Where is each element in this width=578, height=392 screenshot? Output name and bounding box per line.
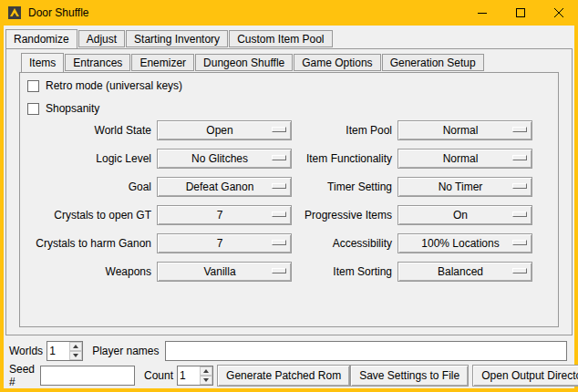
dropdown-value: Defeat Ganon xyxy=(186,181,263,193)
setting-label-item-pool: Item Pool xyxy=(297,124,392,137)
maximize-icon xyxy=(516,8,525,17)
dropdown-progressive-items[interactable]: On xyxy=(397,205,532,225)
dropdown-value: 7 xyxy=(217,209,232,222)
count-spin-up-button[interactable] xyxy=(200,366,212,376)
tab-custom-item-pool[interactable]: Custom Item Pool xyxy=(229,30,332,47)
close-icon xyxy=(554,8,563,17)
tab-generation-setup[interactable]: Generation Setup xyxy=(382,54,484,71)
worlds-spinbox[interactable] xyxy=(46,341,83,361)
setting-label-accessibility: Accessibility xyxy=(297,237,392,250)
down-arrow-icon xyxy=(73,354,78,357)
close-button[interactable] xyxy=(540,0,578,26)
setting-label-crystals-open-gt: Crystals to open GT xyxy=(24,209,151,222)
dropdown-item-sorting[interactable]: Balanced xyxy=(397,262,532,282)
footer-row-1: Worlds Player names xyxy=(9,341,567,361)
count-spin-down-button[interactable] xyxy=(200,376,212,385)
dropdown-value: 100% Locations xyxy=(421,237,508,250)
dropdown-value: Normal xyxy=(443,124,488,137)
minimize-button[interactable] xyxy=(463,0,501,26)
generate-patched-rom-button[interactable]: Generate Patched Rom xyxy=(217,365,350,387)
dropdown-indicator-icon xyxy=(272,240,286,245)
dropdown-value: On xyxy=(453,209,477,222)
outer-tab-bar: Randomize Adjust Starting Inventory Cust… xyxy=(5,29,334,47)
checkbox-box-icon[interactable] xyxy=(27,103,39,115)
dropdown-weapons[interactable]: Vanilla xyxy=(157,262,292,282)
up-arrow-icon xyxy=(203,369,209,373)
save-settings-button[interactable]: Save Settings to File xyxy=(350,365,469,387)
seed-label: Seed # xyxy=(9,363,35,388)
tab-starting-inventory[interactable]: Starting Inventory xyxy=(126,30,228,47)
dropdown-value: Balanced xyxy=(438,265,492,278)
titlebar: Door Shuffle xyxy=(0,0,578,26)
dropdown-crystals-harm-ganon[interactable]: 7 xyxy=(157,233,292,253)
dropdown-indicator-icon xyxy=(272,268,286,273)
player-names-input[interactable] xyxy=(165,341,568,361)
up-arrow-icon xyxy=(73,345,78,348)
dropdown-indicator-icon xyxy=(272,183,286,189)
setting-label-progressive-items: Progressive Items xyxy=(297,209,392,222)
worlds-label: Worlds xyxy=(9,345,43,357)
setting-label-timer-setting: Timer Setting xyxy=(297,181,392,193)
checkbox-box-icon[interactable] xyxy=(27,80,39,92)
setting-label-item-functionality: Item Functionality xyxy=(297,152,392,165)
dropdown-item-pool[interactable]: Normal xyxy=(397,120,532,140)
worlds-spin-down-button[interactable] xyxy=(69,351,82,360)
setting-label-goal: Goal xyxy=(24,181,151,193)
dropdown-value: Open xyxy=(206,124,242,137)
dropdown-value: No Timer xyxy=(439,181,492,193)
dropdown-indicator-icon xyxy=(272,127,286,132)
worlds-input[interactable] xyxy=(47,342,69,360)
setting-label-weapons: Weapons xyxy=(24,265,151,278)
items-panel: Retro mode (universal keys) Shopsanity W… xyxy=(19,72,559,327)
footer-row-2: Seed # Count Generate Patched Rom Save S… xyxy=(9,365,567,387)
tab-adjust[interactable]: Adjust xyxy=(78,30,125,47)
dropdown-crystals-open-gt[interactable]: 7 xyxy=(157,205,292,225)
dropdown-indicator-icon xyxy=(512,127,527,132)
count-spinbox[interactable] xyxy=(177,366,213,386)
setting-label-logic-level: Logic Level xyxy=(24,152,151,165)
dropdown-indicator-icon xyxy=(512,211,527,217)
worlds-spin-buttons xyxy=(69,342,82,360)
window-title: Door Shuffle xyxy=(28,6,89,19)
dropdown-value: No Glitches xyxy=(191,152,257,165)
dropdown-timer-setting[interactable]: No Timer xyxy=(397,177,532,197)
dropdown-indicator-icon xyxy=(272,211,286,217)
window: Door Shuffle Randomize Adjust Starting I… xyxy=(0,0,578,392)
checkbox-shopsanity[interactable]: Shopsanity xyxy=(27,102,99,115)
checkbox-retro-mode[interactable]: Retro mode (universal keys) xyxy=(27,79,182,92)
dropdown-world-state[interactable]: Open xyxy=(157,120,292,140)
seed-input[interactable] xyxy=(40,366,135,386)
open-output-directory-button[interactable]: Open Output Directory xyxy=(472,365,578,387)
dropdown-item-functionality[interactable]: Normal xyxy=(397,149,532,169)
count-input[interactable] xyxy=(178,366,200,385)
count-label: Count xyxy=(144,369,173,382)
tab-game-options[interactable]: Game Options xyxy=(294,54,380,71)
checkbox-label: Retro mode (universal keys) xyxy=(46,79,182,92)
setting-label-item-sorting: Item Sorting xyxy=(297,265,392,278)
randomize-panel: Items Entrances Enemizer Dungeon Shuffle… xyxy=(5,48,573,335)
tab-enemizer[interactable]: Enemizer xyxy=(131,54,194,71)
dropdown-goal[interactable]: Defeat Ganon xyxy=(157,177,292,197)
dropdown-accessibility[interactable]: 100% Locations xyxy=(397,233,532,253)
down-arrow-icon xyxy=(203,378,209,382)
tab-items[interactable]: Items xyxy=(21,53,64,72)
tab-entrances[interactable]: Entrances xyxy=(65,54,130,71)
dropdown-logic-level[interactable]: No Glitches xyxy=(157,149,292,169)
dropdown-value: 7 xyxy=(217,237,232,250)
tab-dungeon-shuffle[interactable]: Dungeon Shuffle xyxy=(195,54,293,71)
worlds-spin-up-button[interactable] xyxy=(69,342,82,351)
app-icon xyxy=(7,5,22,20)
player-names-label: Player names xyxy=(92,345,159,357)
maximize-button[interactable] xyxy=(501,0,540,26)
dropdown-indicator-icon xyxy=(512,155,527,160)
inner-tab-bar: Items Entrances Enemizer Dungeon Shuffle… xyxy=(21,53,485,71)
window-controls xyxy=(463,0,578,26)
dropdown-indicator-icon xyxy=(512,183,527,189)
minimize-icon xyxy=(478,8,487,17)
dropdown-value: Vanilla xyxy=(203,265,244,278)
setting-label-world-state: World State xyxy=(24,124,151,137)
dropdown-indicator-icon xyxy=(272,155,286,160)
dropdown-indicator-icon xyxy=(512,240,527,245)
tab-randomize[interactable]: Randomize xyxy=(5,29,77,48)
dropdown-value: Normal xyxy=(443,152,488,165)
